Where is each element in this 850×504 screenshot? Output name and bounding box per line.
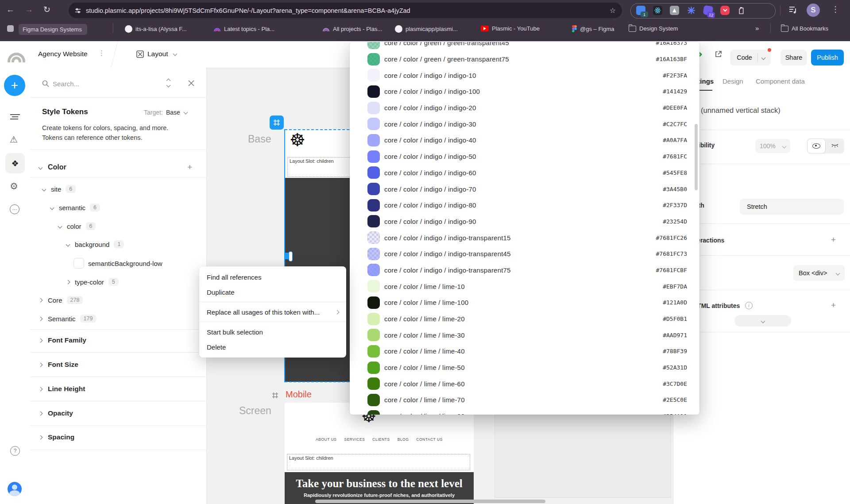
expand-section-button[interactable]: [734, 315, 791, 327]
token-row[interactable]: core / color / lime / lime-40#78BF39: [350, 343, 699, 360]
token-row[interactable]: core / color / indigo / indigo-20#DEE0FA: [350, 100, 699, 116]
menu-item-find-references[interactable]: Find all references: [199, 269, 346, 285]
base-frame-button[interactable]: [270, 115, 284, 130]
token-row[interactable]: core / color / indigo / indigo-30#C2C7FC: [350, 116, 699, 132]
token-row[interactable]: core / color / lime / lime-50#52A31D: [350, 359, 699, 376]
extension-shield-icon[interactable]: 1: [636, 6, 645, 15]
token-row[interactable]: core / color / indigo / indigo-transpare…: [350, 246, 699, 262]
outline-icon[interactable]: [10, 113, 20, 121]
bookmark-folder[interactable]: Design System: [629, 25, 678, 32]
section-font-family[interactable]: Font Family: [30, 331, 206, 350]
bookmark-item[interactable]: its-a-lisa (Alyssa F...: [125, 25, 187, 33]
screen-variant-label[interactable]: Screen: [239, 405, 271, 417]
token-row[interactable]: core / color / indigo / indigo-60#545FE8: [350, 165, 699, 181]
code-button[interactable]: Code: [730, 50, 771, 65]
kebab-menu-icon[interactable]: ⋮: [831, 4, 839, 14]
add-interaction-button[interactable]: +: [831, 235, 836, 245]
blue-burst-extension-icon[interactable]: [687, 6, 696, 15]
nav-link[interactable]: ABOUT US: [316, 437, 336, 442]
base-artboard-label[interactable]: Base: [248, 133, 271, 145]
profile-avatar[interactable]: S: [807, 4, 820, 17]
tree-item-token-selected[interactable]: semanticBackground-low: [30, 254, 206, 273]
token-row[interactable]: core / color / indigo / indigo-transpare…: [350, 230, 699, 246]
collapse-panel-icon[interactable]: [188, 80, 194, 86]
add-color-token-button[interactable]: +: [187, 162, 192, 172]
token-row[interactable]: core / color / lime / lime-20#D5F0B1: [350, 311, 699, 327]
url-bar[interactable]: studio.plasmic.app/projects/8hi9Wj5TSdCm…: [69, 3, 622, 18]
purple-extension-icon[interactable]: 12: [703, 5, 714, 16]
token-row[interactable]: core / color / indigo / indigo-100#14142…: [350, 84, 699, 100]
menu-item-duplicate[interactable]: Duplicate: [199, 285, 346, 300]
bookmark-item[interactable]: Latest topics - Pla...: [213, 25, 274, 33]
token-row[interactable]: core / color / lime / lime-30#AAD971: [350, 327, 699, 343]
token-row[interactable]: core / color / lime / lime-60#3C7D0E: [350, 376, 699, 392]
nav-link[interactable]: CLIENTS: [372, 437, 390, 442]
insert-button[interactable]: +: [4, 75, 25, 96]
tree-item-site[interactable]: site 6: [30, 180, 206, 198]
project-menu-icon[interactable]: ⋮: [98, 49, 105, 57]
token-row[interactable]: core / color / indigo / indigo-transpare…: [350, 262, 699, 278]
bookmarks-overflow-chevrons[interactable]: »: [755, 24, 759, 32]
base-logo-wheel-icon[interactable]: ☸: [290, 130, 305, 150]
gray-extension-icon[interactable]: [670, 6, 679, 15]
site-settings-icon[interactable]: [75, 8, 81, 14]
component-switcher-chevron-icon[interactable]: [173, 52, 178, 56]
token-row[interactable]: core / color / indigo / indigo-40#A0A7FA: [350, 132, 699, 149]
token-row[interactable]: core / color / indigo / indigo-70#3A45B0: [350, 181, 699, 197]
mobile-artboard-label[interactable]: Mobile: [286, 389, 312, 400]
hidden-toggle[interactable]: [826, 139, 844, 154]
warning-icon[interactable]: ⚠: [10, 134, 18, 145]
react-devtools-icon[interactable]: [653, 6, 662, 15]
extensions-puzzle-icon[interactable]: [737, 6, 746, 15]
dropdown-scrollbar[interactable]: [695, 124, 698, 190]
target-value[interactable]: Base: [166, 109, 180, 116]
help-icon[interactable]: ?: [10, 446, 20, 456]
side-panel-icon[interactable]: [7, 25, 14, 32]
tree-item-type-color[interactable]: type-color 5: [30, 273, 206, 291]
settings-gear-icon[interactable]: ⚙: [10, 181, 18, 192]
code-dropdown-chevron-icon[interactable]: [761, 55, 765, 60]
menu-item-start-bulk-selection[interactable]: Start bulk selection: [199, 324, 346, 339]
comments-icon[interactable]: ⋯: [10, 204, 19, 214]
pocket-extension-icon[interactable]: [720, 6, 730, 15]
tree-item-background[interactable]: background 1: [30, 235, 206, 254]
reload-icon[interactable]: ↻: [43, 5, 50, 14]
section-line-height[interactable]: Line Height: [30, 380, 206, 398]
share-button[interactable]: Share: [780, 50, 807, 65]
external-link-icon[interactable]: [715, 50, 722, 58]
mobile-artboard[interactable]: ☸ ABOUT US SERVICES CLIENTS BLOG CONTACT…: [285, 403, 474, 504]
tree-item-core[interactable]: Core 278: [30, 291, 206, 309]
nav-link[interactable]: BLOG: [398, 437, 409, 442]
bookmark-item[interactable]: Plasmic - YouTube: [481, 25, 540, 32]
section-color[interactable]: Color +: [30, 158, 206, 177]
token-row[interactable]: core / color / indigo / indigo-80#2F337D: [350, 197, 699, 213]
user-avatar[interactable]: [8, 482, 22, 496]
token-row[interactable]: core / color / green / green-transparent…: [350, 51, 699, 67]
search-input[interactable]: Search...: [53, 80, 79, 88]
visible-toggle-selected[interactable]: [807, 139, 826, 154]
add-html-attribute-button[interactable]: +: [831, 300, 836, 310]
token-row[interactable]: core / color / lime / lime-100#121A0D: [350, 295, 699, 311]
nav-link[interactable]: SERVICES: [344, 437, 365, 442]
reading-list-icon[interactable]: [789, 6, 798, 15]
token-row[interactable]: core / color / lime / lime-80#254A11: [350, 408, 699, 415]
section-opacity[interactable]: Opacity: [30, 404, 206, 423]
bookmark-tab-pill[interactable]: Figma Design Systems: [19, 24, 87, 35]
visibility-value-select[interactable]: 100%: [755, 139, 790, 153]
token-row[interactable]: core / color / indigo / indigo-10#F2F3FA: [350, 67, 699, 84]
tree-item-color[interactable]: color 6: [30, 217, 206, 235]
tag-select[interactable]: Box <div>: [793, 265, 845, 281]
token-row[interactable]: core / color / indigo / indigo-50#7681FC: [350, 148, 699, 165]
tree-item-semantic[interactable]: semantic 6: [30, 198, 206, 217]
menu-item-replace-usages[interactable]: Replace all usages of this token with...: [199, 304, 346, 319]
bookmark-star-icon[interactable]: ☆: [610, 6, 616, 15]
component-name[interactable]: Layout: [147, 50, 168, 58]
menu-item-delete[interactable]: Delete: [199, 339, 346, 354]
tab-component-data[interactable]: Component data: [756, 77, 805, 85]
back-icon[interactable]: ←: [6, 5, 15, 14]
target-chevron-icon[interactable]: [184, 110, 188, 115]
horizontal-scrollbar[interactable]: [315, 500, 545, 503]
mobile-layout-slot[interactable]: Layout Slot: children: [287, 454, 470, 470]
tree-item-semantic-group[interactable]: Semantic 179: [30, 309, 206, 328]
info-icon[interactable]: i: [745, 302, 753, 309]
